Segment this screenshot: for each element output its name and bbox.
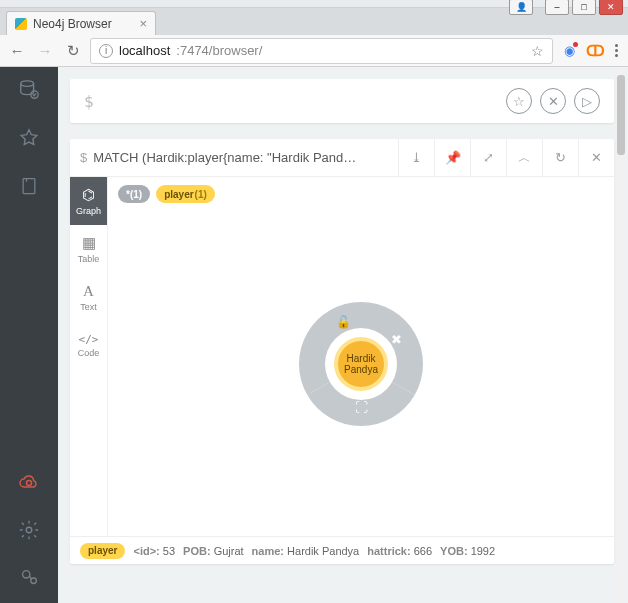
tab-close-icon[interactable]: ×	[139, 16, 147, 31]
graph-canvas[interactable]: *(1) player(1)	[108, 177, 614, 536]
chip-count: (1)	[195, 189, 207, 200]
result-toolbar: ⤓ 📌 ⤢ ︿ ↻ ✕	[398, 139, 614, 177]
result-query-value: MATCH (Hardik:player{name: "Hardik Pand…	[93, 150, 356, 165]
result-prompt: $	[80, 150, 87, 165]
browser-tab-title: Neo4j Browser	[33, 17, 112, 31]
graph-node[interactable]: Hardik Pandya	[334, 337, 388, 391]
graph-icon: ⌬	[82, 186, 95, 204]
main-scrollbar[interactable]	[616, 67, 626, 603]
view-tab-label: Code	[78, 348, 100, 358]
detail-hattrick: hattrick: 666	[367, 545, 432, 557]
url-host: localhost	[119, 43, 170, 58]
svg-point-4	[26, 527, 32, 533]
nav-forward-button[interactable]: →	[34, 40, 56, 62]
detail-id: <id>: 53	[133, 545, 175, 557]
detail-yob: YOB: 1992	[440, 545, 495, 557]
favorites-star-icon[interactable]	[16, 125, 42, 151]
browser-tab[interactable]: Neo4j Browser ×	[6, 11, 156, 35]
download-button[interactable]: ⤓	[398, 139, 434, 177]
detail-name: name: Hardik Pandya	[252, 545, 360, 557]
view-tab-table[interactable]: ▦ Table	[70, 225, 107, 273]
label-chips: *(1) player(1)	[118, 185, 215, 203]
code-icon: </>	[79, 333, 99, 346]
editor-actions: ☆ ✕ ▷	[506, 88, 600, 114]
node-label-line2: Pandya	[344, 364, 378, 375]
sidebar-bottom-group	[16, 469, 42, 591]
nav-back-button[interactable]: ←	[6, 40, 28, 62]
remove-icon: ✖	[391, 332, 402, 347]
window-titlebar: 👤 – □ ✕	[0, 0, 628, 8]
result-frame: $ MATCH (Hardik:player{name: "Hardik Pan…	[70, 139, 614, 564]
collapse-button[interactable]: ︿	[506, 139, 542, 177]
svg-point-0	[21, 81, 34, 87]
expand-node-icon: ⛶	[355, 400, 368, 415]
editor-run-button[interactable]: ▷	[574, 88, 600, 114]
chip-player[interactable]: player(1)	[156, 185, 215, 203]
view-tab-label: Table	[78, 254, 100, 264]
documents-icon[interactable]	[16, 173, 42, 199]
result-body: ⌬ Graph ▦ Table A Text </> Code	[70, 177, 614, 536]
window-close-button[interactable]: ✕	[599, 0, 623, 15]
fullscreen-button[interactable]: ⤢	[470, 139, 506, 177]
node-details-bar: player <id>: 53 POB: Gujrat name: Hardik…	[70, 536, 614, 564]
main-pane: $ ☆ ✕ ▷ $ MATCH (Hardik:player{name: "Ha…	[58, 67, 628, 603]
sidebar	[0, 67, 58, 603]
url-input[interactable]: i localhost:7474/browser/ ☆	[90, 38, 553, 64]
database-icon[interactable]	[16, 77, 42, 103]
browser-addressbar: ← → ↻ i localhost:7474/browser/ ☆ ◉ ↀ	[0, 35, 628, 67]
rerun-button[interactable]: ↻	[542, 139, 578, 177]
view-tab-label: Text	[80, 302, 97, 312]
chip-label: player	[164, 189, 193, 200]
url-path: :7474/browser/	[176, 43, 262, 58]
window-controls: – □ ✕	[545, 0, 623, 15]
nav-reload-button[interactable]: ↻	[62, 40, 84, 62]
svg-point-6	[31, 578, 37, 584]
node-label-line1: Hardik	[344, 353, 378, 364]
result-query-text: $ MATCH (Hardik:player{name: "Hardik Pan…	[70, 150, 398, 165]
table-icon: ▦	[82, 234, 96, 252]
site-info-icon[interactable]: i	[99, 44, 113, 58]
chip-all[interactable]: *(1)	[118, 185, 150, 203]
svg-point-5	[23, 571, 30, 578]
neo4j-favicon-icon	[15, 18, 27, 30]
browser-tabstrip: Neo4j Browser ×	[0, 8, 628, 35]
detail-pob: POB: Gujrat	[183, 545, 244, 557]
bookmark-star-icon[interactable]: ☆	[531, 43, 544, 59]
extension-1-icon[interactable]: ◉	[559, 41, 579, 61]
cloud-sync-icon[interactable]	[16, 469, 42, 495]
sidebar-top-group	[16, 77, 42, 199]
unlock-icon: 🔓	[336, 314, 351, 329]
text-icon: A	[83, 283, 94, 300]
svg-point-3	[27, 481, 32, 486]
detail-label-chip[interactable]: player	[80, 543, 125, 559]
pin-button[interactable]: 📌	[434, 139, 470, 177]
settings-gear-icon[interactable]	[16, 517, 42, 543]
about-icon[interactable]	[16, 565, 42, 591]
query-editor[interactable]: $ ☆ ✕ ▷	[70, 79, 614, 123]
view-tab-code[interactable]: </> Code	[70, 321, 107, 369]
browser-menu-button[interactable]	[611, 44, 622, 57]
svg-rect-2	[23, 179, 35, 194]
editor-prompt: $	[84, 92, 94, 111]
neo4j-app: $ ☆ ✕ ▷ $ MATCH (Hardik:player{name: "Ha…	[0, 67, 628, 603]
view-tab-text[interactable]: A Text	[70, 273, 107, 321]
scrollbar-thumb[interactable]	[617, 75, 625, 155]
editor-favorite-button[interactable]: ☆	[506, 88, 532, 114]
result-header: $ MATCH (Hardik:player{name: "Hardik Pan…	[70, 139, 614, 177]
close-frame-button[interactable]: ✕	[578, 139, 614, 177]
view-tab-graph[interactable]: ⌬ Graph	[70, 177, 107, 225]
window-minimize-button[interactable]: –	[545, 0, 569, 15]
window-user-button[interactable]: 👤	[509, 0, 533, 15]
extension-2-icon[interactable]: ↀ	[585, 41, 605, 61]
view-tabs: ⌬ Graph ▦ Table A Text </> Code	[70, 177, 108, 536]
editor-clear-button[interactable]: ✕	[540, 88, 566, 114]
window-maximize-button[interactable]: □	[572, 0, 596, 15]
view-tab-label: Graph	[76, 206, 101, 216]
